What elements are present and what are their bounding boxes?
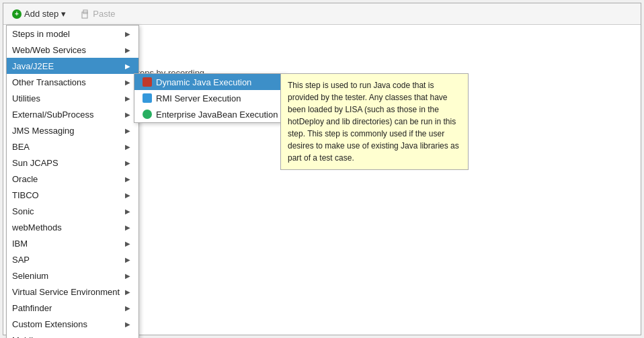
tooltip-text: This step is used to run Java code that … [288, 81, 459, 163]
menu-item-sap-label: SAP [12, 255, 30, 265]
paste-icon [81, 9, 90, 19]
menu-item-selenium-label: Selenium [12, 271, 48, 281]
menu-arrow-sonic: ▶ [125, 208, 130, 215]
menu-arrow-web: ▶ [125, 46, 130, 54]
menu-item-webmethods-label: webMethods [12, 222, 62, 233]
menu-item-oracle[interactable]: Oracle ▶ [7, 171, 138, 187]
menu-arrow-pathfinder: ▶ [125, 304, 130, 312]
add-step-button[interactable]: + Add step ▾ [6, 6, 72, 22]
menu-item-steps-in-model-label: Steps in model [12, 29, 70, 39]
menu-item-bea-label: BEA [12, 142, 30, 152]
menu-arrow-tibco: ▶ [125, 192, 130, 199]
menu-item-utilities[interactable]: Utilities ▶ [7, 90, 138, 106]
main-window: + Add step ▾ Paste ⚡ toolbar button to a… [3, 3, 641, 335]
menu-item-other-transactions[interactable]: Other Transactions ▶ [7, 74, 138, 90]
menu-arrow-java: ▶ [125, 62, 130, 70]
menu-arrow-virtual: ▶ [125, 288, 130, 296]
menu-arrow-selenium: ▶ [125, 272, 130, 280]
menu-arrow-webmethods: ▶ [125, 224, 130, 231]
menu-item-virtual-label: Virtual Service Environment [12, 287, 120, 297]
paste-button[interactable]: Paste [75, 6, 121, 22]
menu-item-external-label: External/SubProcess [12, 110, 93, 120]
menu-arrow-bea: ▶ [125, 143, 130, 151]
menu-item-ibm[interactable]: IBM ▶ [7, 235, 138, 251]
submenu-item-enterprise-javabean[interactable]: Enterprise JavaBean Execution [134, 106, 286, 122]
menu-arrow-sap: ▶ [125, 256, 130, 263]
menu-arrow-oracle: ▶ [125, 175, 130, 183]
menu-item-sap[interactable]: SAP ▶ [7, 251, 138, 267]
menu-item-jms-label: JMS Messaging [12, 126, 74, 136]
menu-item-sonic[interactable]: Sonic ▶ [7, 203, 138, 219]
menu-item-pathfinder-label: Pathfinder [12, 303, 52, 313]
enterprise-javabean-label: Enterprise JavaBean Execution [156, 110, 278, 120]
menu-item-jms-messaging[interactable]: JMS Messaging ▶ [7, 122, 138, 138]
menu-item-external-subprocess[interactable]: External/SubProcess ▶ [7, 106, 138, 122]
menu-arrow-utilities: ▶ [125, 95, 130, 102]
menu-level1: Steps in model ▶ Web/Web Services ▶ Java… [6, 25, 139, 338]
dropdown-container: Steps in model ▶ Web/Web Services ▶ Java… [6, 25, 139, 338]
menu-item-mobile[interactable]: Mobile ▶ [7, 332, 138, 338]
submenu-item-dynamic-java[interactable]: Dynamic Java Execution [134, 74, 286, 90]
menu-item-java-j2ee-label: Java/J2EE [12, 61, 54, 71]
dynamic-java-icon [143, 77, 152, 87]
menu-item-other-transactions-label: Other Transactions [12, 77, 86, 87]
menu-item-custom-label: Custom Extensions [12, 319, 87, 329]
menu-arrow-ibm: ▶ [125, 240, 130, 247]
menu-arrow-sun: ▶ [125, 159, 130, 167]
rmi-icon [143, 93, 152, 103]
toolbar: + Add step ▾ Paste [3, 3, 641, 25]
menu-item-web-services[interactable]: Web/Web Services ▶ [7, 42, 138, 58]
dynamic-java-label: Dynamic Java Execution [156, 77, 251, 87]
menu-item-bea[interactable]: BEA ▶ [7, 138, 138, 155]
tooltip-box: This step is used to run Java code that … [280, 73, 469, 170]
menu-item-tibco[interactable]: TIBCO ▶ [7, 187, 138, 203]
rmi-server-label: RMI Server Execution [156, 93, 241, 103]
menu-item-ibm-label: IBM [12, 239, 28, 249]
menu-item-selenium[interactable]: Selenium ▶ [7, 267, 138, 284]
submenu-item-rmi-server[interactable]: RMI Server Execution [134, 90, 286, 106]
menu-item-sun-label: Sun JCAPS [12, 158, 58, 168]
menu-item-oracle-label: Oracle [12, 174, 38, 184]
paste-label: Paste [93, 9, 115, 19]
add-step-arrow: ▾ [61, 9, 66, 19]
menu-item-custom-extensions[interactable]: Custom Extensions ▶ [7, 316, 138, 332]
submenu-java-j2ee: Dynamic Java Execution RMI Server Execut… [134, 73, 286, 123]
menu-arrow-custom: ▶ [125, 321, 130, 328]
menu-arrow-steps: ▶ [125, 30, 130, 38]
add-step-label: Add step [24, 9, 58, 19]
menu-item-tibco-label: TIBCO [12, 190, 39, 200]
menu-arrow-external: ▶ [125, 111, 130, 118]
menu-item-steps-in-model[interactable]: Steps in model ▶ [7, 26, 138, 42]
menu-item-virtual-service[interactable]: Virtual Service Environment ▶ [7, 284, 138, 300]
menu-arrow-other: ▶ [125, 79, 130, 86]
menu-item-web-services-label: Web/Web Services [12, 45, 86, 55]
menu-item-java-j2ee[interactable]: Java/J2EE ▶ [7, 58, 138, 74]
menu-arrow-jms: ▶ [125, 127, 130, 134]
menu-item-utilities-label: Utilities [12, 93, 40, 103]
menu-item-mobile-label: Mobile [12, 335, 38, 339]
svg-rect-0 [82, 12, 87, 18]
menu-item-webmethods[interactable]: webMethods ▶ [7, 219, 138, 235]
menu-item-pathfinder[interactable]: Pathfinder ▶ [7, 300, 138, 316]
menu-item-sonic-label: Sonic [12, 206, 34, 216]
javabean-icon [143, 110, 152, 119]
add-step-icon: + [12, 9, 22, 19]
menu-item-sun-jcaps[interactable]: Sun JCAPS ▶ [7, 155, 138, 171]
